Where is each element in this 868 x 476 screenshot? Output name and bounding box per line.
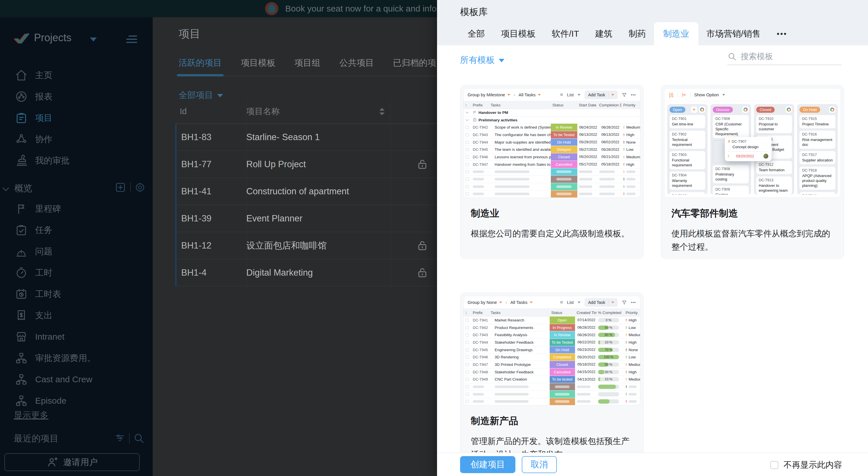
group-by-dropdown: Group by Milestone: [468, 92, 505, 97]
sidebar-item[interactable]: 问题: [0, 241, 153, 262]
template-thumbnail: Group by None›All Tasks≡ListAdd Task•••⤵…: [463, 296, 641, 405]
lock-icon[interactable]: [416, 240, 428, 252]
show-more-link[interactable]: 显示更多: [14, 409, 49, 421]
sidebar-item-label: 项目: [35, 112, 53, 124]
filter-icon[interactable]: [114, 433, 126, 444]
project-id: BH1-39: [177, 213, 246, 224]
add-view-icon[interactable]: [115, 182, 126, 193]
status-color-icon: [830, 108, 834, 112]
sidebar-item-label: 问题: [35, 246, 53, 258]
lock-icon[interactable]: [416, 267, 428, 279]
template-title: 制造业: [471, 207, 643, 220]
kanban-card: DC-T901Get time-line: [670, 115, 706, 128]
kanban-card: DC-T909Costing: [713, 186, 749, 195]
project-name: 设立面包店和咖啡馆: [246, 240, 367, 252]
sidebar-item[interactable]: 协作: [0, 128, 153, 150]
sidebar-item[interactable]: Intranet: [0, 326, 153, 348]
status-color-icon: [787, 108, 791, 112]
home-icon: [15, 69, 28, 82]
lock-icon[interactable]: [416, 158, 428, 170]
sidebar-item[interactable]: 我的审批: [0, 150, 153, 171]
flow-icon: [15, 373, 28, 386]
category-tab[interactable]: 项目模板: [493, 22, 544, 45]
dragged-card: ⠿DC-T907Concept design!03/20/2022: [725, 137, 772, 161]
main-tab[interactable]: 活跃的项目: [179, 57, 222, 69]
modal-header: 模板库 全部项目模板软件/IT建筑制药制造业市场营销/销售•••: [437, 0, 868, 45]
search-input[interactable]: [741, 52, 827, 61]
template-thumbnail: Group by Milestone›All Tasks≡ListAdd Tas…: [463, 88, 641, 198]
gear-icon[interactable]: [134, 182, 146, 193]
sidebar-item[interactable]: 工时表: [0, 284, 153, 305]
template-description: 根据您公司的需要自定义此高级制造模板。: [471, 227, 631, 240]
dont-show-label: 不再显示此内容: [783, 459, 842, 471]
sidebar-item[interactable]: Cast and Crew: [0, 369, 153, 390]
cancel-button[interactable]: 取消: [522, 456, 557, 473]
sidebar-item[interactable]: 支出: [0, 305, 153, 326]
sidebar-section-overview: 概览: [0, 180, 153, 196]
sidebar-collapse-icon[interactable]: [126, 33, 137, 45]
sidebar-item-label: 工时: [35, 267, 53, 279]
project-id: BH1-77: [177, 159, 246, 170]
category-tab[interactable]: 全部: [460, 22, 493, 45]
milestone-icon: [15, 202, 28, 215]
sidebar-item[interactable]: Episode: [0, 390, 153, 411]
template-card[interactable]: Show OptionOpen+DC-T901Get time-lineDC-T…: [661, 85, 844, 259]
sidebar-item[interactable]: 里程碑: [0, 198, 153, 219]
sidebar-item[interactable]: 报表: [0, 86, 153, 107]
search-icon[interactable]: [133, 433, 145, 444]
promo-banner: Book your seat now for a quick and infor: [0, 0, 437, 17]
sidebar: Projects 主页报表项目协作我的审批 概览 里程碑任务问题工时工时表支出I…: [0, 17, 153, 476]
category-tab[interactable]: 市场营销/销售: [698, 22, 769, 45]
project-id: BH1-12: [177, 240, 246, 251]
kanban-card: DC-T913Handover to engineering team: [756, 176, 792, 195]
status-color-icon: [700, 108, 704, 112]
template-card[interactable]: Group by Milestone›All Tasks≡ListAdd Tas…: [460, 85, 644, 259]
kanban-card: DC-T906CSR (Customer Specific Requiremen…: [713, 115, 749, 138]
invite-user-button[interactable]: 邀请用户: [4, 453, 140, 471]
main-tab[interactable]: 公共项目: [339, 57, 374, 69]
group-by-dropdown: Group by None: [468, 300, 497, 305]
template-thumbnail: Show OptionOpen+DC-T901Get time-lineDC-T…: [664, 88, 841, 198]
section-collapse-icon[interactable]: [3, 185, 9, 191]
avatar: [764, 154, 768, 158]
category-tab[interactable]: 制造业: [654, 22, 698, 45]
category-tab[interactable]: 软件/IT: [544, 22, 587, 45]
create-project-button[interactable]: 创建项目: [460, 456, 516, 473]
app-switch-caret-icon[interactable]: [90, 37, 97, 41]
sort-icon[interactable]: [379, 108, 390, 115]
kanban-card: DC-T918APQP (Advanced product quality pl…: [800, 167, 835, 190]
sidebar-item[interactable]: 项目: [0, 107, 153, 128]
template-category-tabs: 全部项目模板软件/IT建筑制药制造业市场营销/销售•••: [460, 22, 796, 45]
project-id: BH1-4: [177, 268, 246, 278]
category-tab[interactable]: 建筑: [587, 22, 621, 45]
project-icon: [15, 112, 28, 124]
modal-footer: 创建项目 取消 不再显示此内容: [437, 453, 868, 476]
section-label: 概览: [14, 182, 32, 194]
sidebar-item-label: 支出: [35, 310, 53, 322]
hours-icon: [15, 266, 28, 279]
template-card[interactable]: Group by None›All Tasks≡ListAdd Task•••⤵…: [460, 293, 644, 466]
sidebar-item[interactable]: 主页: [0, 65, 153, 86]
category-tab[interactable]: 制药: [621, 22, 654, 45]
all-templates-dropdown[interactable]: 所有模板: [460, 54, 504, 66]
template-description: 使用此模板监督新汽车零件从概念到完成的整个过程。: [672, 227, 832, 254]
chevron-down-icon: [499, 59, 504, 62]
report-icon: [15, 90, 28, 103]
template-title: 汽车零部件制造: [672, 207, 844, 220]
collab-icon: [15, 133, 28, 146]
add-task-button: Add Task: [585, 298, 617, 307]
issue-icon: [15, 245, 28, 258]
intranet-icon: [15, 330, 28, 343]
dont-show-checkbox[interactable]: [770, 461, 778, 469]
add-task-button: Add Task: [585, 91, 617, 99]
project-name: Roll Up Project: [246, 159, 367, 170]
more-tabs-icon[interactable]: •••: [769, 22, 795, 45]
main-tab[interactable]: 项目组: [294, 57, 320, 69]
modal-filter-row: 所有模板: [460, 49, 841, 72]
more-options-icon: •••: [631, 300, 636, 305]
sidebar-item[interactable]: 工时: [0, 262, 153, 284]
sidebar-item[interactable]: 任务: [0, 219, 153, 241]
sidebar-item[interactable]: 审批资源费用。: [0, 348, 153, 369]
main-tab[interactable]: 项目模板: [241, 57, 275, 69]
kanban-card: DC-T916Risk management doc: [800, 130, 835, 149]
